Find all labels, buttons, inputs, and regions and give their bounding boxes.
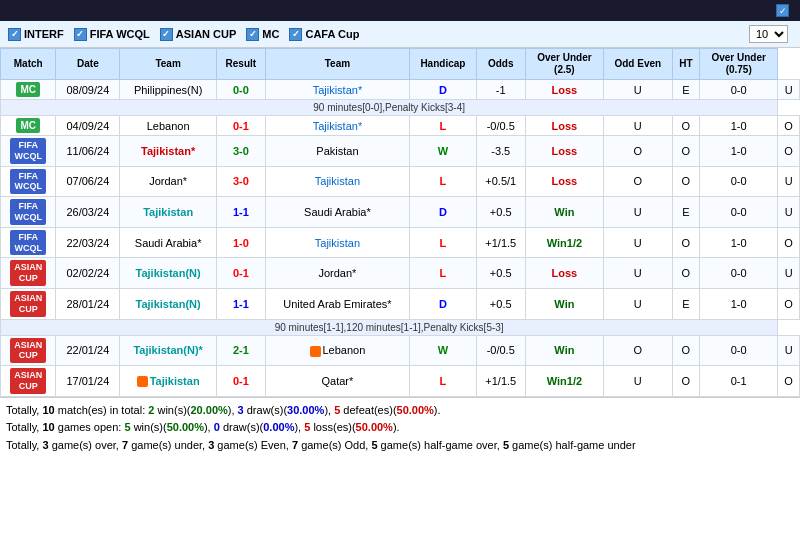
col-team1: Team	[120, 49, 217, 80]
odd-even: O	[672, 136, 700, 167]
filter-interf[interactable]: ✓ INTERF	[8, 28, 64, 41]
match-result: L	[410, 227, 477, 258]
team1-name: Tajikistan	[120, 197, 217, 228]
team2-name: Saudi Arabia*	[265, 197, 409, 228]
match-date: 17/01/24	[56, 366, 120, 397]
match-score: 0-1	[216, 258, 265, 289]
note-row: 90 minutes[0-0],Penalty Kicks[3-4]	[1, 100, 800, 116]
table-row: MC04/09/24Lebanon0-1Tajikistan*L-0/0.5Lo…	[1, 116, 800, 136]
match-result: L	[410, 366, 477, 397]
table-row: FIFA WCQL11/06/24Tajikistan*3-0PakistanW…	[1, 136, 800, 167]
ht-score: 0-0	[700, 197, 778, 228]
ht-score: 0-0	[700, 335, 778, 366]
team1-name: Lebanon	[120, 116, 217, 136]
match-score: 0-1	[216, 366, 265, 397]
match-handicap: +0.5/1	[476, 166, 525, 197]
fifa-wcql-checkbox[interactable]: ✓	[74, 28, 87, 41]
over-under-25: U	[603, 80, 672, 100]
match-odds: Win1/2	[525, 227, 603, 258]
team2-name: Tajikistan	[265, 227, 409, 258]
table-row: ASIAN CUP02/02/24Tajikistan(N)0-1Jordan*…	[1, 258, 800, 289]
header-right: ✓	[776, 4, 792, 17]
match-badge: FIFA WCQL	[1, 166, 56, 197]
match-handicap: -1	[476, 80, 525, 100]
match-result: W	[410, 335, 477, 366]
match-result: W	[410, 136, 477, 167]
col-date: Date	[56, 49, 120, 80]
asian-cup-label: ASIAN CUP	[176, 28, 237, 40]
over-under-25: U	[603, 288, 672, 319]
match-date: 04/09/24	[56, 116, 120, 136]
match-date: 02/02/24	[56, 258, 120, 289]
match-score: 1-1	[216, 197, 265, 228]
match-score: 1-1	[216, 288, 265, 319]
over-under-25: U	[603, 366, 672, 397]
interf-checkbox[interactable]: ✓	[8, 28, 21, 41]
match-handicap: +0.5	[476, 197, 525, 228]
match-result: L	[410, 166, 477, 197]
over-under-25: U	[603, 258, 672, 289]
team2-name: Tajikistan*	[265, 80, 409, 100]
col-odds: Odds	[476, 49, 525, 80]
ht-score: 1-0	[700, 288, 778, 319]
col-result: Result	[216, 49, 265, 80]
ht-score: 0-1	[700, 366, 778, 397]
filter-fifa-wcql[interactable]: ✓ FIFA WCQL	[74, 28, 150, 41]
cafa-cup-label: CAFA Cup	[305, 28, 359, 40]
match-result: D	[410, 80, 477, 100]
over-under-075: O	[778, 366, 800, 397]
odd-even: O	[672, 166, 700, 197]
filter-bar: ✓ INTERF ✓ FIFA WCQL ✓ ASIAN CUP ✓ MC ✓ …	[0, 21, 800, 48]
team1-name: Saudi Arabia*	[120, 227, 217, 258]
team2-name: Pakistan	[265, 136, 409, 167]
team1-name: Philippines(N)	[120, 80, 217, 100]
match-handicap: +0.5	[476, 258, 525, 289]
table-row: ASIAN CUP22/01/24Tajikistan(N)*2-1Lebano…	[1, 335, 800, 366]
match-date: 07/06/24	[56, 166, 120, 197]
asian-cup-checkbox[interactable]: ✓	[160, 28, 173, 41]
match-result: L	[410, 116, 477, 136]
header: ✓	[0, 0, 800, 21]
col-handicap: Handicap	[410, 49, 477, 80]
filter-cafa-cup[interactable]: ✓ CAFA Cup	[289, 28, 359, 41]
table-row: FIFA WCQL22/03/24Saudi Arabia*1-0Tajikis…	[1, 227, 800, 258]
team2-name: Lebanon	[265, 335, 409, 366]
match-odds: Win	[525, 288, 603, 319]
match-handicap: -0/0.5	[476, 116, 525, 136]
team2-icon	[310, 346, 321, 357]
match-odds: Loss	[525, 136, 603, 167]
match-handicap: -3.5	[476, 136, 525, 167]
games-count-select[interactable]: 10 20 30	[749, 25, 788, 43]
match-badge: ASIAN CUP	[1, 366, 56, 397]
match-badge: FIFA WCQL	[1, 197, 56, 228]
match-odds: Loss	[525, 258, 603, 289]
ht-score: 0-0	[700, 166, 778, 197]
odd-even: O	[672, 227, 700, 258]
team1-icon	[137, 376, 148, 387]
table-row: FIFA WCQL26/03/24Tajikistan1-1Saudi Arab…	[1, 197, 800, 228]
match-badge: MC	[1, 116, 56, 136]
match-date: 11/06/24	[56, 136, 120, 167]
filter-asian-cup[interactable]: ✓ ASIAN CUP	[160, 28, 237, 41]
ht-score: 1-0	[700, 136, 778, 167]
match-badge: ASIAN CUP	[1, 335, 56, 366]
over-under-075: O	[778, 136, 800, 167]
match-odds: Loss	[525, 80, 603, 100]
filter-mc[interactable]: ✓ MC	[246, 28, 279, 41]
over-under-075: O	[778, 288, 800, 319]
col-team2: Team	[265, 49, 409, 80]
display-notes-toggle[interactable]: ✓	[776, 4, 792, 17]
ht-score: 1-0	[700, 116, 778, 136]
mc-checkbox[interactable]: ✓	[246, 28, 259, 41]
over-under-25: U	[603, 197, 672, 228]
match-date: 22/01/24	[56, 335, 120, 366]
summary-line: Totally, 3 game(s) over, 7 game(s) under…	[6, 437, 794, 455]
col-oe: Odd Even	[603, 49, 672, 80]
team2-name: Tajikistan	[265, 166, 409, 197]
odd-even: O	[672, 335, 700, 366]
match-badge: ASIAN CUP	[1, 258, 56, 289]
display-notes-checkbox[interactable]: ✓	[776, 4, 789, 17]
match-result: D	[410, 288, 477, 319]
match-odds: Win	[525, 197, 603, 228]
cafa-cup-checkbox[interactable]: ✓	[289, 28, 302, 41]
